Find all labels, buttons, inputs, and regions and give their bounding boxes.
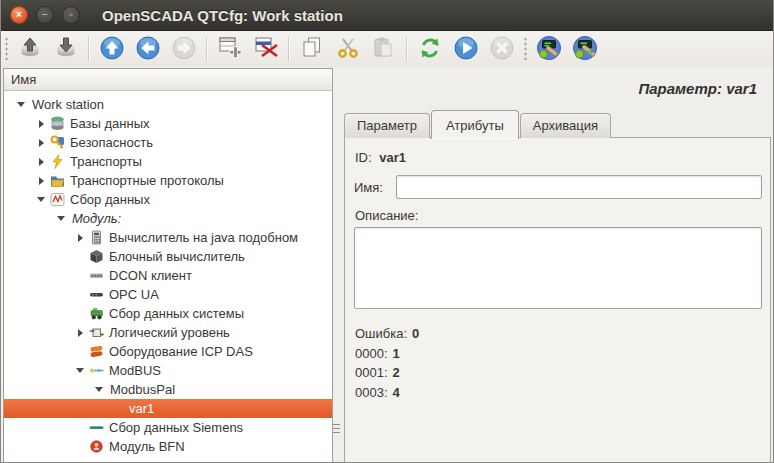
tree-item-logic-level[interactable]: Логический уровень	[4, 323, 332, 342]
tree-item-transports[interactable]: Транспорты	[4, 152, 332, 171]
x-circle-icon	[489, 35, 515, 64]
scissors-icon	[335, 35, 361, 64]
tree-column-header[interactable]: Имя	[4, 69, 332, 91]
clipboard-icon	[371, 35, 397, 64]
go-forward-button[interactable]	[168, 34, 200, 64]
logic-block-icon	[89, 325, 107, 340]
expander-expanded-icon[interactable]	[56, 216, 70, 221]
attribute-row-error: Ошибка:0	[355, 324, 762, 344]
item-delete-button[interactable]	[250, 34, 282, 64]
window-title: OpenSCADA QTCfg: Work station	[102, 7, 343, 24]
expander-expanded-icon[interactable]	[94, 387, 108, 392]
tree-item-work-station[interactable]: Work station	[4, 95, 332, 114]
station-tools-icon	[536, 35, 562, 64]
expander-collapsed-icon[interactable]	[36, 158, 50, 166]
tree-body: Work station Базы данных Безопасность Тр…	[4, 95, 332, 463]
load-from-db-button[interactable]	[14, 34, 46, 64]
calculator-icon	[89, 230, 107, 245]
tree-item-databases[interactable]: Базы данных	[4, 114, 332, 133]
paste-button[interactable]	[368, 34, 400, 64]
tree-item-data-acquisition[interactable]: Сбор данных	[4, 190, 332, 209]
toolbar-drag-handle	[4, 38, 9, 60]
tree-item-partial[interactable]	[4, 456, 332, 463]
station-tools-edit-icon	[572, 35, 598, 64]
tree-item-modbuspal[interactable]: ModbusPal	[4, 380, 332, 399]
attribute-row-0003: 0003:4	[355, 383, 762, 403]
toolbar-separator	[406, 37, 408, 61]
expander-collapsed-icon[interactable]	[36, 139, 50, 147]
cut-button[interactable]	[332, 34, 364, 64]
tree-item-module-group[interactable]: Модуль:	[4, 209, 332, 228]
go-back-button[interactable]	[132, 34, 164, 64]
description-label: Описание:	[355, 208, 762, 223]
tree-item-block-calculator[interactable]: Блочный вычислитель	[4, 247, 332, 266]
refresh-icon	[417, 35, 443, 64]
expander-expanded-icon[interactable]	[16, 102, 30, 107]
copy-button[interactable]	[296, 34, 328, 64]
arrow-up-circle-icon	[99, 35, 125, 64]
refresh-button[interactable]	[414, 34, 446, 64]
attribute-row-0000: 0000:1	[355, 344, 762, 364]
station-config-button[interactable]	[533, 34, 565, 64]
tree-item-transport-protocols[interactable]: Транспортные протоколы	[4, 171, 332, 190]
start-button[interactable]	[450, 34, 482, 64]
expander-collapsed-icon[interactable]	[36, 120, 50, 128]
stop-button[interactable]	[486, 34, 518, 64]
close-icon[interactable]: ×	[10, 6, 28, 24]
tree-item-security[interactable]: Безопасность	[4, 133, 332, 152]
titlebar: × − ▫ OpenSCADA QTCfg: Work station	[0, 0, 774, 31]
expander-expanded-icon[interactable]	[36, 197, 50, 202]
save-to-db-button[interactable]	[50, 34, 82, 64]
expander-collapsed-icon[interactable]	[36, 177, 50, 185]
description-textarea[interactable]	[354, 227, 762, 309]
station-edit-button[interactable]	[569, 34, 601, 64]
go-up-button[interactable]	[96, 34, 128, 64]
splitter-handle[interactable]	[333, 424, 340, 436]
play-circle-icon	[453, 35, 479, 64]
tree-item-bfn-module[interactable]: Модуль BFN	[4, 437, 332, 456]
copy-pages-icon	[299, 35, 325, 64]
id-label: ID:	[355, 150, 372, 165]
lightning-icon	[50, 154, 68, 169]
red-badge-icon	[89, 439, 107, 454]
siemens-logo-icon	[89, 420, 107, 435]
name-row: Имя:	[354, 175, 762, 199]
toolbar-drag-handle	[523, 38, 528, 60]
item-add-button[interactable]	[214, 34, 246, 64]
tree-item-var1[interactable]: var1	[4, 399, 332, 418]
expander-collapsed-icon[interactable]	[75, 234, 89, 242]
expander-collapsed-icon[interactable]	[75, 329, 89, 337]
arrow-left-circle-icon	[135, 35, 161, 64]
page-title: Параметр: var1	[638, 80, 757, 97]
tree-item-opc-ua[interactable]: OPC UA	[4, 285, 332, 304]
folder-icon	[50, 173, 68, 188]
green-machine-icon	[89, 306, 107, 321]
attribute-row-0001: 0001:2	[355, 363, 762, 383]
id-row: ID: var1	[355, 150, 762, 165]
table-plus-icon	[217, 35, 243, 64]
maximize-icon[interactable]: ▫	[62, 6, 80, 24]
minimize-icon[interactable]: −	[36, 6, 54, 24]
name-label: Имя:	[354, 180, 396, 195]
security-key-icon	[50, 135, 68, 150]
tree-item-java-calculator[interactable]: Вычислитель на java подобном	[4, 228, 332, 247]
expander-expanded-icon[interactable]	[75, 368, 89, 373]
tab-attributes[interactable]: Атрибуты	[431, 110, 519, 139]
tree-item-modbus[interactable]: ModBUS	[4, 361, 332, 380]
cube-icon	[89, 249, 107, 264]
name-input[interactable]	[396, 175, 762, 199]
tab-archiving[interactable]: Архивация	[520, 113, 611, 138]
attributes-tab-content: ID: var1 Имя: Описание: Ошибка:0 0000:1 …	[344, 137, 771, 463]
tree-item-system-da[interactable]: Сбор данных системы	[4, 304, 332, 323]
toolbar-separator	[206, 37, 208, 61]
tree-item-siemens-da[interactable]: Сбор данных Siemens	[4, 418, 332, 437]
databases-icon	[50, 116, 68, 131]
icpdas-logo-icon	[89, 344, 107, 359]
toolbar-separator	[288, 37, 290, 61]
tab-parameter[interactable]: Параметр	[344, 113, 430, 138]
toolbar-separator	[88, 37, 90, 61]
tree-item-icp-das[interactable]: Оборудование ICP DAS	[4, 342, 332, 361]
tree-item-dcon-client[interactable]: DCON клиент	[4, 266, 332, 285]
navigation-tree-panel: Имя Work station Базы данных Безопасност…	[3, 68, 333, 463]
dcon-logo-icon	[89, 268, 107, 283]
